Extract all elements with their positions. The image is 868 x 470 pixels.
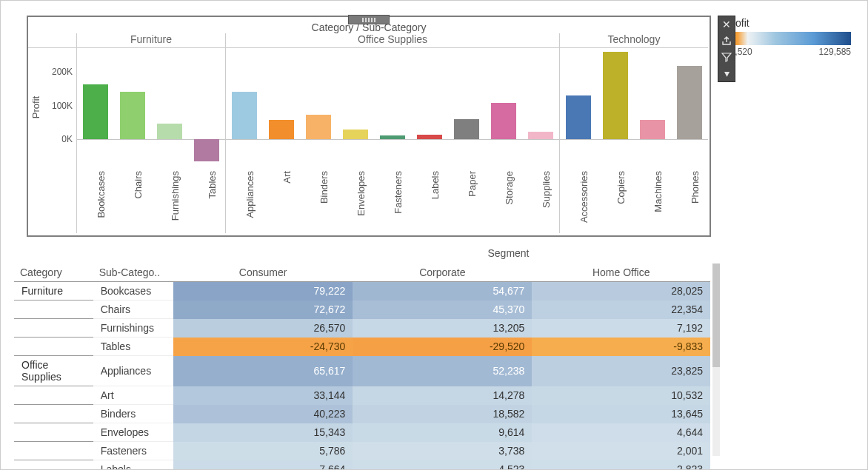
row-category: OfficeSupplies xyxy=(14,356,93,386)
heatmap-cell[interactable]: 40,223 xyxy=(173,405,353,423)
heatmap-cell[interactable]: 33,144 xyxy=(173,386,353,405)
heatmap-cell[interactable]: 72,672 xyxy=(173,301,353,319)
heatmap-cell[interactable]: 79,222 xyxy=(173,282,353,301)
heatmap-cell[interactable]: -29,520 xyxy=(353,338,532,356)
close-icon[interactable]: ✕ xyxy=(718,16,735,33)
col-header[interactable]: Sub-Catego.. xyxy=(93,263,173,282)
col-header[interactable]: Category xyxy=(14,263,93,282)
bar[interactable] xyxy=(343,130,368,140)
bar-appliances[interactable] xyxy=(226,48,263,167)
bar[interactable] xyxy=(566,95,591,139)
bar[interactable] xyxy=(528,132,553,139)
x-label: Copiers xyxy=(597,167,634,233)
heatmap-cell[interactable]: 23,825 xyxy=(532,356,710,386)
bar[interactable] xyxy=(417,135,442,140)
heatmap-cell[interactable]: 54,677 xyxy=(353,282,532,301)
table-row[interactable]: FurnitureBookcases79,22254,67728,025 xyxy=(14,282,710,301)
export-icon[interactable] xyxy=(718,33,735,49)
bar[interactable] xyxy=(306,115,331,139)
heatmap-cell[interactable]: -9,833 xyxy=(532,338,710,356)
heatmap-cell[interactable]: 5,786 xyxy=(173,442,353,460)
heatmap-cell[interactable]: 13,645 xyxy=(532,405,710,423)
col-header[interactable]: Home Office xyxy=(532,263,710,282)
bar[interactable] xyxy=(232,92,257,140)
heatmap-cell[interactable]: 26,570 xyxy=(173,319,353,338)
heatmap-cell[interactable]: 3,738 xyxy=(353,442,532,460)
table-row[interactable]: Envelopes15,3439,6144,644 xyxy=(14,423,710,442)
bar-accessories[interactable] xyxy=(560,48,597,167)
bar-envelopes[interactable] xyxy=(337,48,374,167)
bar-paper[interactable] xyxy=(448,48,485,167)
legend-gradient xyxy=(725,32,851,45)
bar-art[interactable] xyxy=(263,48,300,167)
bar-copiers[interactable] xyxy=(597,48,634,167)
col-header[interactable]: Corporate xyxy=(353,263,532,282)
table-row[interactable]: Fasteners5,7863,7382,001 xyxy=(14,442,710,460)
heatmap-cell[interactable]: 22,354 xyxy=(532,301,710,319)
table-row[interactable]: Tables-24,730-29,520-9,833 xyxy=(14,338,710,356)
col-header[interactable]: Consumer xyxy=(173,263,353,282)
bar[interactable] xyxy=(157,124,182,139)
bar-chart-pane[interactable]: Category / Sub-Category FurnitureOffice … xyxy=(27,16,711,237)
bar-storage[interactable] xyxy=(485,48,522,167)
heatmap-cell[interactable]: 2,823 xyxy=(532,460,710,471)
table-row[interactable]: Binders40,22318,58213,645 xyxy=(14,405,710,423)
bar-machines[interactable] xyxy=(634,48,671,167)
heatmap-table[interactable]: CategorySub-Catego..ConsumerCorporateHom… xyxy=(14,263,710,470)
heatmap-cell[interactable]: 15,343 xyxy=(173,423,353,442)
bar-furnishings[interactable] xyxy=(151,48,188,167)
bar[interactable] xyxy=(677,66,702,139)
bar-fasteners[interactable] xyxy=(374,48,411,167)
heatmap-cell[interactable]: 4,523 xyxy=(353,460,532,471)
table-row[interactable]: OfficeSuppliesAppliances65,61752,23823,8… xyxy=(14,356,710,386)
table-row[interactable]: Labels7,6644,5232,823 xyxy=(14,460,710,471)
x-label: Labels xyxy=(411,167,448,233)
heatmap-cell[interactable]: -24,730 xyxy=(173,338,353,356)
row-subcategory: Appliances xyxy=(93,356,173,386)
heatmap-cell[interactable]: 52,238 xyxy=(353,356,532,386)
color-legend: Profit -29,520 129,585 xyxy=(718,16,858,57)
heatmap-cell[interactable]: 18,582 xyxy=(353,405,532,423)
bar[interactable] xyxy=(380,135,405,139)
heatmap-cell[interactable]: 13,205 xyxy=(353,319,532,338)
bar-tables[interactable] xyxy=(188,48,225,167)
table-row[interactable]: Art33,14414,27810,532 xyxy=(14,386,710,405)
bar[interactable] xyxy=(603,52,628,139)
bar[interactable] xyxy=(640,120,665,140)
x-label: Tables xyxy=(188,167,225,233)
x-label: Furnishings xyxy=(151,167,188,233)
bar[interactable] xyxy=(491,103,516,140)
heatmap-cell[interactable]: 14,278 xyxy=(353,386,532,405)
bar[interactable] xyxy=(269,120,294,139)
bar-bookcases[interactable] xyxy=(77,48,114,167)
pane-drag-handle[interactable] xyxy=(348,15,390,24)
heatmap-cell[interactable]: 45,370 xyxy=(353,301,532,319)
table-row[interactable]: Furnishings26,57013,2057,192 xyxy=(14,319,710,338)
heatmap-cell[interactable]: 9,614 xyxy=(353,423,532,442)
row-category xyxy=(14,338,93,356)
row-category xyxy=(14,442,93,460)
scrollbar-thumb[interactable] xyxy=(712,263,720,367)
table-scrollbar[interactable] xyxy=(712,263,720,456)
bar-chairs[interactable] xyxy=(114,48,151,167)
bar[interactable] xyxy=(120,92,145,139)
heatmap-cell[interactable]: 10,532 xyxy=(532,386,710,405)
heatmap-cell[interactable]: 2,001 xyxy=(532,442,710,460)
heatmap-cell[interactable]: 7,664 xyxy=(173,460,353,471)
table-row[interactable]: Chairs72,67245,37022,354 xyxy=(14,301,710,319)
heatmap-cell[interactable]: 65,617 xyxy=(173,356,353,386)
bar[interactable] xyxy=(454,119,479,139)
heatmap-cell[interactable]: 28,025 xyxy=(532,282,710,301)
bar-supplies[interactable] xyxy=(522,48,559,167)
bar[interactable] xyxy=(194,139,219,161)
heatmap-cell[interactable]: 7,192 xyxy=(532,319,710,338)
heatmap-cell[interactable]: 4,644 xyxy=(532,423,710,442)
chevron-down-icon[interactable]: ▾ xyxy=(718,65,735,81)
bar-binders[interactable] xyxy=(300,48,337,167)
filter-icon[interactable] xyxy=(718,49,735,65)
bar-phones[interactable] xyxy=(671,48,708,167)
row-subcategory: Furnishings xyxy=(93,319,173,338)
bar[interactable] xyxy=(83,84,108,139)
bar-labels[interactable] xyxy=(411,48,448,167)
y-tick: 100K xyxy=(52,101,73,111)
